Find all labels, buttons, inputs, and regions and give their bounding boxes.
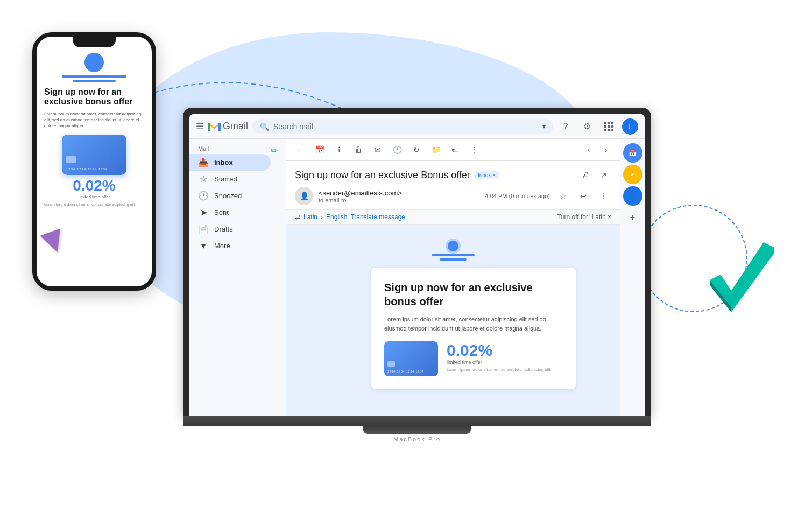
add-more-icon[interactable]: +	[623, 208, 642, 227]
star-icon[interactable]: ☆	[555, 188, 570, 204]
sidebar-item-drafts[interactable]: 📄 Drafts	[189, 221, 280, 237]
phone-small-text: Lorem ipsum dolor sit amet, consectetur …	[44, 202, 144, 206]
more-actions-icon[interactable]: ⋮	[467, 142, 482, 157]
checkmark-icon	[704, 237, 780, 323]
sidebar-item-snoozed[interactable]: 🕐 Snoozed	[189, 187, 280, 204]
email-header: Sign up now for an exclusive Bonus offer…	[286, 161, 620, 210]
phone-line-short	[73, 80, 116, 82]
purple-arrow	[43, 232, 65, 253]
email-content-area: ← 📅 ℹ 🗑 ✉ 🕐 ↻ 📁 🏷 ⋮ ‹	[286, 139, 620, 416]
sender-to[interactable]: to email-to	[319, 197, 480, 204]
print-icon[interactable]: 🖨	[578, 167, 593, 183]
svg-rect-3	[608, 122, 610, 124]
svg-rect-7	[611, 125, 613, 128]
gmail-search-bar[interactable]: 🔍 ▾	[252, 119, 553, 134]
hamburger-menu-icon[interactable]: ☰	[196, 121, 203, 131]
open-in-new-icon[interactable]: ↗	[596, 167, 611, 183]
email-card-percentage: 0.02%	[447, 341, 552, 360]
more-icon: ▾	[198, 241, 209, 251]
translate-icon: ⇄	[295, 213, 300, 221]
more-email-actions-icon[interactable]: ⋮	[596, 188, 611, 204]
google-contacts-icon[interactable]: 👤	[623, 186, 642, 206]
phone-line-long	[62, 75, 126, 78]
next-email-icon[interactable]: ›	[598, 142, 613, 157]
email-card-offer-section: 0.02% limited time offer Lorem ipsum dol…	[447, 341, 552, 372]
gmail-interface: ☰ Gmail 🔍 ▾	[189, 114, 645, 416]
sidebar-item-more[interactable]: ▾ More	[189, 237, 280, 254]
sidebar-item-inbox[interactable]: 📥 Inbox	[189, 154, 271, 171]
help-icon-button[interactable]: ?	[557, 118, 574, 135]
tag-icon[interactable]: 🏷	[448, 142, 463, 157]
sent-label: Sent	[214, 208, 229, 216]
laptop-screen-outer: ☰ Gmail 🔍 ▾	[183, 108, 651, 416]
email-card-number: 1234 1234 1234 1234	[387, 370, 435, 373]
from-language[interactable]: Latin	[303, 213, 317, 221]
svg-rect-10	[611, 129, 613, 131]
laptop-stand	[363, 426, 471, 434]
search-dropdown-icon[interactable]: ▾	[542, 123, 546, 130]
translation-bar: ⇄ Latin › English Translate message Turn…	[286, 210, 620, 225]
folder-icon[interactable]: 📁	[428, 142, 443, 157]
settings-icon-button[interactable]: ⚙	[579, 118, 595, 135]
phone-credit-card: 1234 1234 1234 1234	[62, 135, 126, 175]
phone-headline: Sign up now for an exclusive bonus offer	[44, 87, 144, 107]
prev-email-icon[interactable]: ‹	[581, 142, 596, 157]
email-actions-right: 🖨 ↗	[578, 167, 611, 183]
card-number: 1234 1234 1234 1234	[66, 167, 122, 171]
svg-rect-0	[208, 123, 210, 131]
inbox-icon: 📥	[198, 157, 209, 167]
laptop-mockup: ☰ Gmail 🔍 ▾	[183, 108, 651, 443]
more-label: More	[214, 242, 230, 250]
gmail-header: ☰ Gmail 🔍 ▾	[189, 114, 645, 139]
laptop-brand-label: MacBook Pro	[183, 436, 651, 443]
card-chip	[66, 156, 76, 163]
search-input[interactable]	[273, 122, 538, 131]
apps-grid-icon-button[interactable]	[601, 118, 617, 135]
starred-label: Starred	[214, 175, 237, 183]
sender-info: <sender@emailtests.com> to email-to	[319, 189, 480, 204]
svg-rect-9	[608, 129, 610, 131]
email-sender-line: 👤 <sender@emailtests.com> to email-to 4:…	[295, 187, 611, 205]
translation-arrow: ›	[321, 213, 323, 221]
svg-rect-1	[218, 123, 221, 131]
reply-icon[interactable]: ↩	[576, 188, 591, 204]
sidebar-item-sent[interactable]: ➤ Sent	[189, 204, 280, 221]
gmail-header-actions: ? ⚙	[557, 118, 638, 135]
snoozed-icon: 🕐	[198, 191, 209, 201]
email-card-offer-label: limited time offer	[447, 360, 552, 365]
email-icon[interactable]: ✉	[370, 142, 385, 157]
email-card-chip	[387, 361, 395, 367]
google-tasks-icon[interactable]: ✓	[623, 165, 642, 184]
gmail-logo: Gmail	[208, 121, 248, 132]
drafts-icon: 📄	[198, 224, 209, 234]
google-calendar-icon[interactable]: 📅	[623, 143, 642, 163]
svg-rect-8	[604, 129, 606, 131]
laptop-base	[183, 416, 651, 426]
clock-icon[interactable]: 🕐	[390, 142, 405, 157]
snoozed-label: Snoozed	[214, 192, 242, 200]
translate-message-link[interactable]: Translate message	[350, 213, 405, 221]
laptop-screen: ☰ Gmail 🔍 ▾	[189, 114, 645, 416]
blue-lines-decoration	[432, 254, 475, 261]
inbox-badge[interactable]: Inbox ×	[475, 171, 499, 179]
sidebar-item-starred[interactable]: ☆ Starred	[189, 171, 280, 187]
user-avatar[interactable]: L	[622, 118, 638, 135]
email-card-content: Sign up now for an exclusive bonus offer…	[371, 268, 576, 389]
email-timestamp: 4:04 PM (0 minutes ago)	[485, 193, 550, 199]
blue-dot-decoration	[448, 241, 458, 251]
gmail-sidebar: Mail ✏ 📥 Inbox ☆ Starred 🕐	[189, 139, 286, 416]
back-arrow-icon[interactable]: ←	[293, 142, 308, 157]
email-subject-line: Sign up now for an exclusive Bonus offer…	[295, 167, 611, 183]
turn-off-translation[interactable]: Turn off for: Latin ×	[557, 213, 611, 221]
calendar-icon[interactable]: 📅	[312, 142, 327, 157]
refresh-icon[interactable]: ↻	[409, 142, 424, 157]
email-nav: ‹ ›	[581, 142, 613, 157]
gmail-right-panel: 📅 ✓ 👤 +	[620, 139, 645, 416]
to-language[interactable]: English	[326, 213, 347, 221]
blue-line-long	[432, 254, 475, 256]
phone-offer-text: limited time offer	[79, 194, 110, 199]
delete-icon[interactable]: 🗑	[351, 142, 366, 157]
apps-grid-icon	[604, 122, 613, 131]
email-card-headline: Sign up now for an exclusive bonus offer	[384, 280, 563, 308]
info-icon[interactable]: ℹ	[331, 142, 347, 157]
